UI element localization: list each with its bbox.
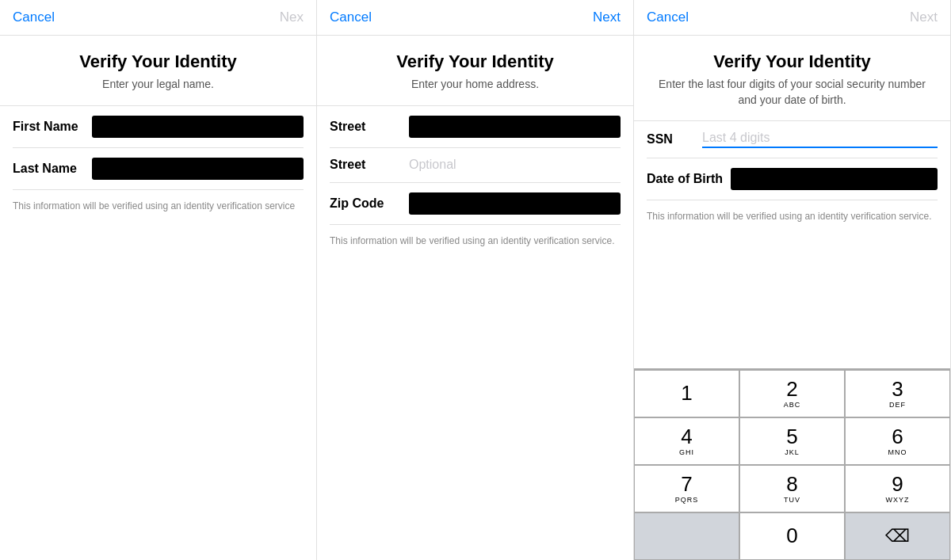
- street1-label: Street: [330, 120, 401, 134]
- key-4[interactable]: 4 GHI: [634, 417, 739, 465]
- panel-1-subtitle: Enter your legal name.: [16, 77, 300, 93]
- panel-2-subtitle: Enter your home address.: [333, 77, 617, 93]
- key-3[interactable]: 3 DEF: [845, 370, 950, 417]
- first-name-label: First Name: [13, 120, 84, 134]
- cancel-button-2[interactable]: Cancel: [330, 10, 372, 25]
- panel-legal-name: Cancel Nex Verify Your Identity Enter yo…: [0, 0, 317, 560]
- panel-3-title: Verify Your Identity: [650, 51, 934, 72]
- panel-3-subtitle: Enter the last four digits of your socia…: [650, 77, 934, 108]
- ssn-input[interactable]: Last 4 digits: [702, 131, 938, 148]
- key-2-number: 2: [786, 379, 797, 399]
- key-7[interactable]: 7 PQRS: [634, 465, 739, 512]
- key-0-number: 0: [786, 525, 797, 546]
- dob-label: Date of Birth: [647, 172, 723, 186]
- street1-row: Street: [330, 106, 621, 148]
- key-5-number: 5: [786, 426, 797, 447]
- nav-bar-3: Cancel Next: [634, 0, 950, 36]
- street1-input[interactable]: [409, 116, 621, 138]
- ssn-row: SSN Last 4 digits: [647, 121, 938, 158]
- nav-bar-2: Cancel Next: [317, 0, 633, 36]
- key-2[interactable]: 2 ABC: [739, 370, 845, 417]
- key-7-number: 7: [681, 474, 692, 494]
- panel-1-disclaimer: This information will be verified using …: [0, 190, 316, 223]
- zipcode-label: Zip Code: [330, 196, 401, 211]
- first-name-input[interactable]: [92, 116, 304, 138]
- panel-2-header: Verify Your Identity Enter your home add…: [317, 36, 633, 106]
- key-8-letters: TUV: [784, 496, 800, 504]
- key-1[interactable]: 1: [634, 370, 739, 417]
- first-name-row: First Name: [13, 106, 304, 148]
- backspace-icon: ⌫: [885, 526, 910, 547]
- zipcode-row: Zip Code: [330, 183, 621, 225]
- last-name-row: Last Name: [13, 148, 304, 190]
- form-section-1: First Name Last Name: [0, 106, 316, 190]
- numpad: 1 2 ABC 3 DEF 4 GHI 5 JKL 6 MNO: [634, 368, 950, 560]
- form-section-2: Street Street Optional Zip Code: [317, 106, 633, 225]
- key-4-letters: GHI: [679, 448, 694, 456]
- key-3-letters: DEF: [889, 401, 906, 409]
- panel-1-title: Verify Your Identity: [16, 51, 300, 72]
- panel-2-title: Verify Your Identity: [333, 51, 617, 72]
- cancel-button-1[interactable]: Cancel: [13, 10, 55, 25]
- key-8[interactable]: 8 TUV: [739, 465, 845, 512]
- panel-ssn-dob: Cancel Next Verify Your Identity Enter t…: [634, 0, 951, 560]
- ssn-label: SSN: [647, 132, 694, 147]
- key-9[interactable]: 9 WXYZ: [845, 465, 950, 512]
- key-9-number: 9: [892, 474, 903, 494]
- street2-label: Street: [330, 158, 401, 172]
- next-button-3[interactable]: Next: [910, 10, 938, 25]
- key-7-letters: PQRS: [675, 496, 699, 504]
- key-2-letters: ABC: [784, 401, 801, 409]
- key-4-number: 4: [681, 426, 692, 447]
- panel-1-header: Verify Your Identity Enter your legal na…: [0, 36, 316, 106]
- key-empty: [634, 512, 739, 560]
- key-3-number: 3: [892, 379, 903, 399]
- cancel-button-3[interactable]: Cancel: [647, 10, 689, 25]
- key-5-letters: JKL: [785, 448, 800, 456]
- panel-home-address: Cancel Next Verify Your Identity Enter y…: [317, 0, 634, 560]
- key-9-letters: WXYZ: [886, 496, 910, 504]
- panel-3-disclaimer: This information will be verified using …: [634, 200, 950, 233]
- panel-2-disclaimer: This information will be verified using …: [317, 225, 633, 257]
- dob-row: Date of Birth: [647, 158, 938, 200]
- next-button-2[interactable]: Next: [593, 10, 621, 25]
- key-0[interactable]: 0: [739, 512, 845, 560]
- last-name-input[interactable]: [92, 158, 304, 180]
- key-backspace[interactable]: ⌫: [845, 512, 950, 560]
- next-button-1[interactable]: Nex: [280, 10, 304, 25]
- key-8-number: 8: [786, 474, 797, 494]
- key-5[interactable]: 5 JKL: [739, 417, 845, 465]
- numpad-grid: 1 2 ABC 3 DEF 4 GHI 5 JKL 6 MNO: [634, 369, 950, 560]
- street2-input[interactable]: Optional: [409, 158, 621, 172]
- form-section-3: SSN Last 4 digits Date of Birth: [634, 121, 950, 200]
- key-1-number: 1: [681, 383, 692, 403]
- zipcode-input[interactable]: [409, 192, 621, 215]
- street2-row: Street Optional: [330, 148, 621, 183]
- key-6-number: 6: [892, 426, 903, 447]
- key-6[interactable]: 6 MNO: [845, 417, 950, 465]
- panel-3-header: Verify Your Identity Enter the last four…: [634, 36, 950, 121]
- nav-bar-1: Cancel Nex: [0, 0, 316, 36]
- dob-input[interactable]: [731, 168, 938, 190]
- key-6-letters: MNO: [888, 448, 907, 456]
- last-name-label: Last Name: [13, 162, 84, 176]
